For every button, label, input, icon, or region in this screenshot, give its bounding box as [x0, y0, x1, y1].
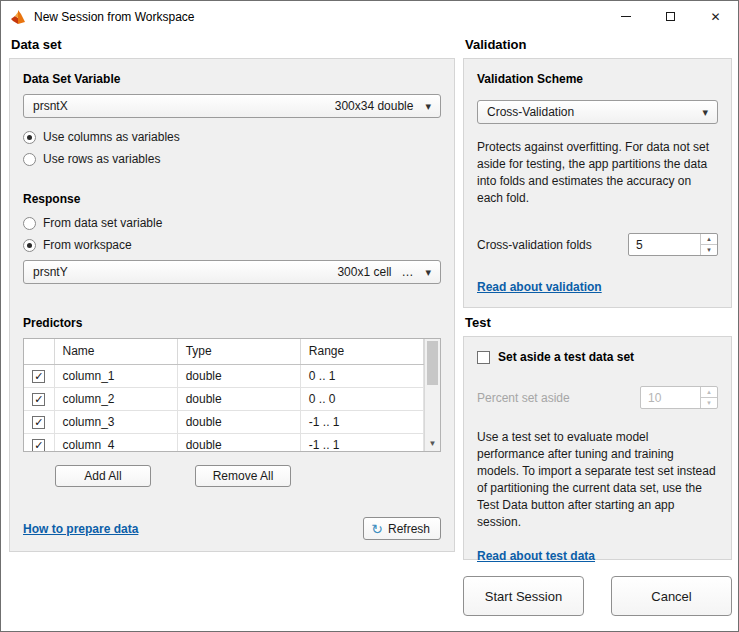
radio-icon — [23, 131, 36, 144]
maximize-button[interactable] — [648, 1, 693, 32]
predictors-table-grid: Name Type Range ✓column_1double0 .. 1✓co… — [24, 339, 424, 452]
window-title: New Session from Workspace — [34, 10, 195, 24]
predictors-table: Name Type Range ✓column_1double0 .. 1✓co… — [23, 338, 441, 452]
predictors-tbody: ✓column_1double0 .. 1✓column_2double0 ..… — [24, 364, 424, 452]
cell-name: column_1 — [54, 364, 177, 387]
predictors-label: Predictors — [23, 316, 441, 330]
test-set-checkbox[interactable] — [477, 351, 490, 364]
predictor-row[interactable]: ✓column_4double-1 .. 1 — [24, 433, 424, 452]
right-column: Validation Validation Scheme Cross-Valid… — [463, 37, 732, 616]
cell-type: double — [177, 387, 300, 410]
minimize-icon — [621, 16, 631, 17]
scrollbar-down-icon[interactable]: ▼ — [425, 436, 440, 451]
radio-from-workspace[interactable]: From workspace — [23, 238, 441, 252]
read-about-test-data-link[interactable]: Read about test data — [477, 549, 595, 563]
test-set-checkbox-row[interactable]: Set aside a test data set — [477, 350, 718, 364]
spinner-up-icon: ▲ — [701, 387, 717, 398]
dataset-section: Data set Data Set Variable prsntX 300x34… — [9, 37, 455, 552]
cell-range: -1 .. 1 — [300, 410, 423, 433]
start-session-button[interactable]: Start Session — [463, 576, 584, 616]
header-checkbox-col — [24, 339, 54, 364]
window-controls: ✕ — [603, 1, 738, 32]
dataset-panel: Data Set Variable prsntX 300x34 double ▾… — [9, 58, 455, 552]
predictor-row[interactable]: ✓column_2double0 .. 0 — [24, 387, 424, 410]
folds-row: Cross-validation folds 5 ▲ ▼ — [477, 233, 718, 256]
radio-from-dataset-variable[interactable]: From data set variable — [23, 216, 441, 230]
read-about-validation-link[interactable]: Read about validation — [477, 280, 602, 294]
predictor-checkbox[interactable]: ✓ — [32, 393, 45, 406]
header-range[interactable]: Range — [300, 339, 423, 364]
radio-use-columns[interactable]: Use columns as variables — [23, 130, 441, 144]
minimize-button[interactable] — [603, 1, 648, 32]
chevron-down-icon: ▾ — [425, 266, 431, 279]
titlebar[interactable]: New Session from Workspace ✕ — [1, 1, 738, 32]
dropdown-selected-response: prsntY — [33, 265, 68, 279]
predictor-checkbox[interactable]: ✓ — [32, 370, 45, 383]
scrollbar-thumb[interactable] — [427, 341, 438, 385]
refresh-button[interactable]: ↻ Refresh — [363, 517, 441, 540]
chevron-down-icon: ▾ — [425, 100, 431, 113]
radio-use-rows[interactable]: Use rows as variables — [23, 152, 441, 166]
cell-name: column_2 — [54, 387, 177, 410]
add-all-button[interactable]: Add All — [55, 465, 151, 487]
cell-range: 0 .. 1 — [300, 364, 423, 387]
validation-scheme-label: Validation Scheme — [477, 72, 718, 86]
cell-type: double — [177, 433, 300, 452]
dataset-bottom-row: How to prepare data ↻ Refresh — [23, 517, 441, 540]
dropdown-selected-variable: prsntX — [33, 99, 68, 113]
cell-type: double — [177, 364, 300, 387]
predictor-buttons-row: Add All Remove All — [23, 465, 441, 487]
cancel-button[interactable]: Cancel — [611, 576, 732, 616]
how-to-prepare-data-link[interactable]: How to prepare data — [23, 522, 138, 536]
table-header-row: Name Type Range — [24, 339, 424, 364]
spinner-arrows: ▲ ▼ — [700, 234, 717, 255]
spinner-down-icon: ▼ — [701, 398, 717, 408]
predictor-checkbox-cell: ✓ — [24, 364, 54, 387]
folds-value[interactable]: 5 — [629, 234, 700, 255]
cell-name: column_4 — [54, 433, 177, 452]
predictor-checkbox-cell: ✓ — [24, 387, 54, 410]
dialog-content: Data set Data Set Variable prsntX 300x34… — [1, 32, 738, 631]
test-set-checkbox-label: Set aside a test data set — [498, 350, 634, 364]
radio-from-dataset-label: From data set variable — [43, 216, 162, 230]
cell-name: column_3 — [54, 410, 177, 433]
cell-type: double — [177, 410, 300, 433]
validation-panel: Validation Scheme Cross-Validation ▾ Pro… — [463, 58, 732, 308]
chevron-down-icon: ▾ — [702, 106, 708, 119]
refresh-icon: ↻ — [371, 522, 383, 536]
validation-heading: Validation — [465, 37, 732, 52]
percent-value: 10 — [641, 387, 700, 408]
dropdown-selected-scheme: Cross-Validation — [487, 105, 574, 119]
predictor-checkbox[interactable]: ✓ — [32, 416, 45, 429]
dataset-variable-dropdown[interactable]: prsntX 300x34 double ▾ — [23, 94, 441, 118]
radio-use-rows-label: Use rows as variables — [43, 152, 160, 166]
dialog-window: New Session from Workspace ✕ Data set Da… — [0, 0, 739, 632]
dataset-heading: Data set — [11, 37, 455, 52]
header-type[interactable]: Type — [177, 339, 300, 364]
validation-scheme-dropdown[interactable]: Cross-Validation ▾ — [477, 100, 718, 124]
predictor-row[interactable]: ✓column_3double-1 .. 1 — [24, 410, 424, 433]
dropdown-overflow-ellipsis: … — [401, 265, 413, 279]
predictor-row[interactable]: ✓column_1double0 .. 1 — [24, 364, 424, 387]
test-description: Use a test set to evaluate model perform… — [477, 429, 718, 531]
folds-spinner[interactable]: 5 ▲ ▼ — [628, 233, 718, 256]
percent-spinner: 10 ▲ ▼ — [640, 386, 718, 409]
percent-row: Percent set aside 10 ▲ ▼ — [477, 386, 718, 409]
maximize-icon — [666, 12, 675, 21]
response-label: Response — [23, 192, 441, 206]
spinner-down-icon[interactable]: ▼ — [701, 245, 717, 255]
predictor-checkbox-cell: ✓ — [24, 410, 54, 433]
radio-icon — [23, 153, 36, 166]
spinner-up-icon[interactable]: ▲ — [701, 234, 717, 245]
dropdown-response-dims: 300x1 cell — [337, 265, 391, 279]
footer-buttons: Start Session Cancel — [463, 576, 732, 616]
close-button[interactable]: ✕ — [693, 1, 738, 32]
table-scrollbar[interactable]: ▼ — [424, 339, 440, 451]
predictor-checkbox-cell: ✓ — [24, 433, 54, 452]
radio-from-workspace-label: From workspace — [43, 238, 132, 252]
response-dropdown[interactable]: prsntY 300x1 cell … ▾ — [23, 260, 441, 284]
remove-all-button[interactable]: Remove All — [195, 465, 291, 487]
predictor-checkbox[interactable]: ✓ — [32, 439, 45, 452]
header-name[interactable]: Name — [54, 339, 177, 364]
validation-description: Protects against overfitting. For data n… — [477, 139, 718, 207]
